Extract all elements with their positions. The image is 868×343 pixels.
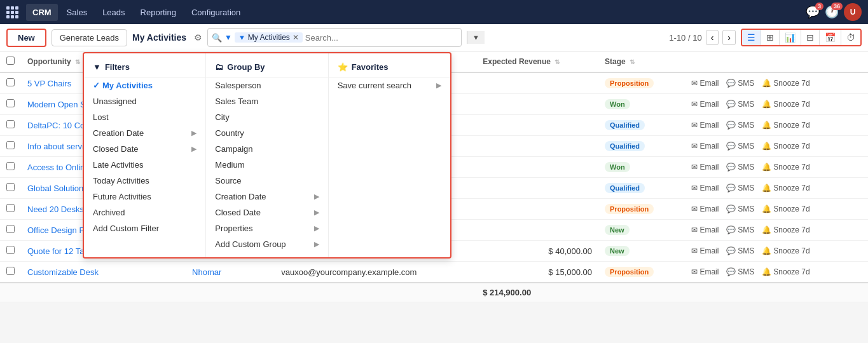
groupby-country[interactable]: Country bbox=[206, 125, 327, 141]
snooze-action-btn[interactable]: 🔔 Snooze 7d bbox=[759, 140, 813, 152]
snooze-action-btn[interactable]: 🔔 Snooze 7d bbox=[759, 119, 813, 131]
header-stage[interactable]: Stage ⇅ bbox=[598, 51, 682, 72]
filter-closed-date[interactable]: Closed Date ▶ bbox=[84, 141, 205, 157]
nav-leads[interactable]: Leads bbox=[96, 4, 131, 21]
filter-my-activities[interactable]: ✓My Activities bbox=[84, 77, 205, 93]
sms-action-btn[interactable]: 💬 SMS bbox=[724, 98, 757, 110]
row-select-checkbox[interactable] bbox=[6, 267, 15, 275]
filter-add-custom[interactable]: Add Custom Filter bbox=[84, 220, 205, 236]
view-activity-button[interactable]: ⏱ bbox=[841, 30, 860, 45]
timer-badge[interactable]: 🕐 36 bbox=[825, 5, 839, 19]
search-dropdown-button[interactable]: ▼ bbox=[467, 31, 485, 44]
email-action-btn[interactable]: ✉ Email bbox=[689, 182, 721, 194]
filters-icon: ▼ bbox=[93, 62, 101, 72]
view-graph-button[interactable]: 📊 bbox=[780, 30, 801, 45]
snooze-action-btn[interactable]: 🔔 Snooze 7d bbox=[759, 161, 813, 173]
filter-late-activities[interactable]: Late Activities bbox=[84, 157, 205, 173]
row-select-checkbox[interactable] bbox=[6, 99, 15, 107]
sms-action-btn[interactable]: 💬 SMS bbox=[724, 224, 757, 236]
email-action-btn[interactable]: ✉ Email bbox=[689, 203, 721, 215]
row-select-checkbox[interactable] bbox=[6, 225, 15, 233]
sms-action-btn[interactable]: 💬 SMS bbox=[724, 119, 757, 131]
groupby-add-custom[interactable]: Add Custom Group ▶ bbox=[206, 236, 327, 252]
save-current-search[interactable]: Save current search ▶ bbox=[329, 77, 450, 93]
row-select-checkbox[interactable] bbox=[6, 183, 15, 191]
sms-action-btn[interactable]: 💬 SMS bbox=[724, 245, 757, 257]
total-row: $ 214,900.00 bbox=[0, 283, 868, 302]
filter-unassigned[interactable]: Unassigned bbox=[84, 93, 205, 109]
groupby-closed-date[interactable]: Closed Date ▶ bbox=[206, 205, 327, 220]
stage-badge: Proposition bbox=[605, 267, 654, 277]
user-avatar[interactable]: U bbox=[844, 3, 862, 21]
row-checkbox bbox=[0, 157, 21, 178]
filter-lost[interactable]: Lost bbox=[84, 109, 205, 125]
nav-crm[interactable]: CRM bbox=[26, 4, 58, 21]
view-kanban-button[interactable]: ⊞ bbox=[761, 30, 780, 45]
opportunity-link[interactable]: Need 20 Desks bbox=[27, 205, 84, 214]
row-select-checkbox[interactable] bbox=[6, 120, 15, 128]
email-action-btn[interactable]: ✉ Email bbox=[689, 161, 721, 173]
contact-link[interactable]: Nhomar bbox=[192, 267, 221, 277]
sms-action-btn[interactable]: 💬 SMS bbox=[724, 140, 757, 152]
filter-today-activities[interactable]: Today Activities bbox=[84, 173, 205, 189]
email-action-btn[interactable]: ✉ Email bbox=[689, 119, 721, 131]
groupby-sales-team[interactable]: Sales Team bbox=[206, 93, 327, 109]
view-pivot-button[interactable]: ⊟ bbox=[801, 30, 820, 45]
row-select-checkbox[interactable] bbox=[6, 246, 15, 254]
sms-action-btn[interactable]: 💬 SMS bbox=[724, 161, 757, 173]
snooze-action-btn[interactable]: 🔔 Snooze 7d bbox=[759, 182, 813, 194]
opportunity-link[interactable]: Customizable Desk bbox=[27, 267, 99, 277]
apps-icon[interactable] bbox=[6, 6, 18, 18]
snooze-action-btn[interactable]: 🔔 Snooze 7d bbox=[759, 266, 813, 278]
groupby-medium[interactable]: Medium bbox=[206, 157, 327, 173]
filter-future-activities[interactable]: Future Activities bbox=[84, 189, 205, 205]
snooze-action-btn[interactable]: 🔔 Snooze 7d bbox=[759, 77, 813, 89]
header-revenue[interactable]: Expected Revenue ⇅ bbox=[476, 51, 598, 72]
snooze-action-btn[interactable]: 🔔 Snooze 7d bbox=[759, 224, 813, 236]
email-action-btn[interactable]: ✉ Email bbox=[689, 224, 721, 236]
email-action-btn[interactable]: ✉ Email bbox=[689, 140, 721, 152]
nav-sales[interactable]: Sales bbox=[60, 4, 94, 21]
view-list-button[interactable]: ☰ bbox=[742, 30, 761, 45]
generate-leads-button[interactable]: Generate Leads bbox=[52, 29, 127, 46]
groupby-campaign[interactable]: Campaign bbox=[206, 141, 327, 157]
snooze-action-btn[interactable]: 🔔 Snooze 7d bbox=[759, 245, 813, 257]
pagination-next[interactable]: › bbox=[722, 30, 736, 45]
email-action-btn[interactable]: ✉ Email bbox=[689, 77, 721, 89]
sms-action-btn[interactable]: 💬 SMS bbox=[724, 266, 757, 278]
sms-action-btn[interactable]: 💬 SMS bbox=[724, 77, 757, 89]
sms-action-btn[interactable]: 💬 SMS bbox=[724, 182, 757, 194]
opportunity-link[interactable]: 5 VP Chairs bbox=[27, 79, 71, 88]
active-filter-tag[interactable]: ▼ My Activities ✕ bbox=[235, 32, 303, 43]
nav-configuration[interactable]: Configuration bbox=[185, 4, 247, 21]
snooze-action-btn[interactable]: 🔔 Snooze 7d bbox=[759, 98, 813, 110]
groupby-properties[interactable]: Properties ▶ bbox=[206, 220, 327, 236]
row-select-checkbox[interactable] bbox=[6, 204, 15, 212]
email-action-btn[interactable]: ✉ Email bbox=[689, 98, 721, 110]
groupby-source[interactable]: Source bbox=[206, 173, 327, 189]
view-calendar-button[interactable]: 📅 bbox=[820, 30, 841, 45]
filter-archived[interactable]: Archived bbox=[84, 205, 205, 220]
search-input[interactable] bbox=[305, 33, 457, 43]
pagination-prev[interactable]: ‹ bbox=[706, 30, 719, 45]
row-stage: New bbox=[598, 220, 682, 241]
filter-tag-close[interactable]: ✕ bbox=[293, 33, 299, 42]
groupby-city[interactable]: City bbox=[206, 109, 327, 125]
groupby-salesperson[interactable]: Salesperson bbox=[206, 77, 327, 93]
email-action-btn[interactable]: ✉ Email bbox=[689, 266, 721, 278]
row-opportunity: Customizable Desk bbox=[21, 262, 186, 283]
sms-action-btn[interactable]: 💬 SMS bbox=[724, 203, 757, 215]
select-all-checkbox[interactable] bbox=[6, 57, 15, 65]
nav-reporting[interactable]: Reporting bbox=[134, 4, 183, 21]
email-action-btn[interactable]: ✉ Email bbox=[689, 245, 721, 257]
row-select-checkbox[interactable] bbox=[6, 78, 15, 86]
new-button[interactable]: New bbox=[6, 29, 46, 47]
row-select-checkbox[interactable] bbox=[6, 141, 15, 149]
snooze-action-btn[interactable]: 🔔 Snooze 7d bbox=[759, 203, 813, 215]
filter-creation-date[interactable]: Creation Date ▶ bbox=[84, 125, 205, 141]
messages-badge[interactable]: 💬 3 bbox=[806, 5, 820, 19]
row-select-checkbox[interactable] bbox=[6, 162, 15, 170]
settings-icon[interactable]: ⚙ bbox=[194, 32, 202, 43]
groupby-creation-date[interactable]: Creation Date ▶ bbox=[206, 189, 327, 205]
total-value: $ 214,900.00 bbox=[476, 283, 598, 302]
